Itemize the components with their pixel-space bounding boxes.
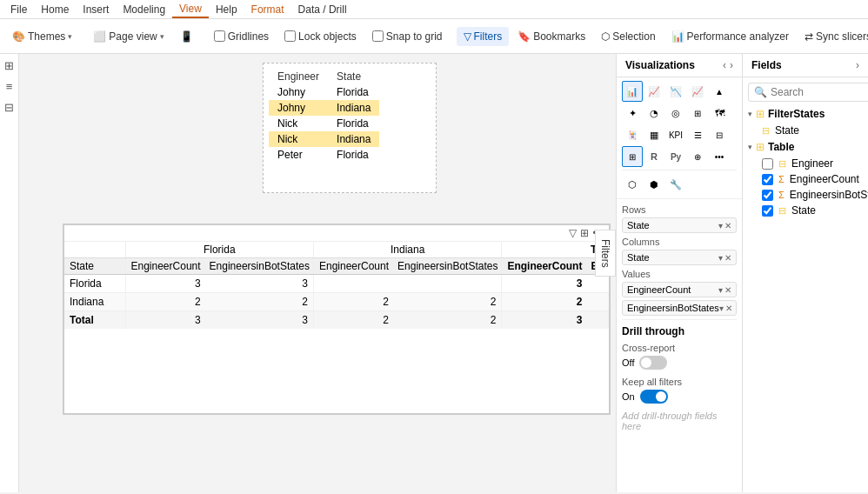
panel-body: 📊 📈 📉 📈 ▲ ✦ ◔ ◎ ⊞ 🗺 🃏 [617,77,868,492]
viz-icon-r[interactable]: R [644,146,664,167]
menu-format[interactable]: Format [244,2,291,17]
viz-icon-custom1[interactable]: ⊕ [687,146,708,167]
columns-zone-field[interactable]: State ▾ ✕ [622,250,737,265]
sync-slicers-button[interactable]: ⇄ Sync slicers [798,27,868,46]
viz-icon-map[interactable]: 🗺 [709,103,730,124]
viz-icon-line[interactable]: 📈 [687,81,708,102]
filters-side-tab[interactable]: Filters [595,230,616,277]
tablestate-checkbox[interactable] [762,205,773,217]
performance-analyzer-button[interactable]: 📊 Performance analyzer [664,27,796,46]
viz-panel-expand-btn[interactable]: ‹ [723,59,726,71]
viz-icon-stacked-bar[interactable]: 📈 [644,81,664,102]
field-item-filterstates-state[interactable]: ⊟ State [743,123,868,138]
engineer-checkbox[interactable] [762,158,773,170]
values-field-0-dropdown[interactable]: ▾ [718,285,723,295]
matrix-col-indiana: Indiana [313,242,501,258]
viz-icon-pie[interactable]: ◔ [644,103,664,124]
gridlines-checkbox[interactable] [214,30,225,42]
sidebar-icon-1[interactable]: ⊞ [2,57,17,73]
list-cell-engineer: Peter [269,147,328,163]
field-item-engineersinbotstates[interactable]: Σ EngineersinBotSt... [743,187,868,203]
viz-panel-more-btn[interactable]: › [730,59,733,71]
menu-data-drill[interactable]: Data / Drill [291,2,354,17]
rows-field-dropdown[interactable]: ▾ [718,221,723,230]
field-group-filterstates-header[interactable]: ▾ ⊞ FilterStates [743,105,868,123]
list-cell-engineer: Nick [269,116,328,131]
matrix-filter-btn[interactable]: ▽ [569,227,577,239]
snap-to-grid-checkbox[interactable] [372,30,384,42]
menu-bar: File Home Insert Modeling View Help Form… [0,0,868,19]
list-visual[interactable]: Engineer State Johny Florida Johny India… [263,63,437,193]
lock-objects-checkbox[interactable] [284,30,296,42]
field-item-engineer[interactable]: ⊟ Engineer [743,156,868,171]
menu-view[interactable]: View [172,1,209,18]
rows-field-remove[interactable]: ✕ [724,221,731,230]
field-group-table-header[interactable]: ▾ ⊞ Table [743,138,868,156]
values-field-0-remove[interactable]: ✕ [724,285,731,295]
cross-report-toggle[interactable] [639,356,667,370]
menu-insert[interactable]: Insert [76,2,116,17]
botstates-checkbox[interactable] [762,190,773,201]
botstates-field-icon: Σ [778,190,785,200]
viz-icon-kpi[interactable]: KPI [665,124,686,145]
matrix-cell-in-bot: 2 [394,311,502,330]
fields-panel-more-btn[interactable]: › [856,59,859,71]
viz-icon-card[interactable]: 🃏 [622,124,643,145]
values-zone-field-0[interactable]: EngineerCount ▾ ✕ [622,282,737,297]
values-zone-field-1[interactable]: EngineersinBotStates ▾ ✕ [622,300,737,316]
matrix-visual[interactable]: ▽ ⊞ ••• Florida Indiana Total State [63,224,611,415]
lock-objects-checkbox-label[interactable]: Lock objects [277,27,364,46]
gridlines-checkbox-label[interactable]: Gridlines [207,27,276,46]
bookmarks-button[interactable]: 🔖 Bookmarks [511,27,592,46]
viz-icon-table[interactable]: ⊟ [709,124,730,145]
state-field-label: State [775,124,799,137]
filters-button[interactable]: ▽ Filters [457,27,510,46]
drill-title: Drill through [622,325,737,337]
values-field-1-remove[interactable]: ✕ [725,304,732,313]
fields-search-box[interactable]: 🔍 [748,83,868,102]
mobile-view-button[interactable]: 📱 [173,27,200,46]
matrix-sh-in-bot: EngineersinBotStates [394,258,502,275]
menu-file[interactable]: File [3,2,34,17]
columns-field-remove[interactable]: ✕ [724,253,731,263]
values-field-1-dropdown[interactable]: ▾ [719,304,724,313]
sidebar-icon-3[interactable]: ⊟ [2,99,17,115]
page-view-button[interactable]: ⬜ Page view ▾ [86,27,170,46]
viz-icon-scatter[interactable]: ✦ [622,103,643,124]
matrix-col-state [64,242,125,258]
viz-icon-slicer[interactable]: ☰ [687,124,708,145]
viz-icon-treemap[interactable]: ⊞ [687,103,708,124]
keep-filters-toggle[interactable] [640,390,668,404]
menu-modeling[interactable]: Modeling [116,2,172,17]
engineercount-checkbox[interactable] [762,174,773,185]
matrix-cell-fl-bot: 3 [206,311,314,330]
sidebar-icon-2[interactable]: ≡ [2,78,17,94]
themes-button[interactable]: 🎨 Themes ▾ [5,27,79,46]
menu-help[interactable]: Help [209,2,244,17]
viz-panel: 📊 📈 📉 📈 ▲ ✦ ◔ ◎ ⊞ 🗺 🃏 [617,77,743,492]
viz-icon-more[interactable]: ••• [709,146,730,167]
selection-button[interactable]: ⬡ Selection [594,27,662,46]
viz-icon-matrix[interactable]: ⊞ [622,146,643,167]
viz-icon-donut[interactable]: ◎ [665,103,686,124]
menu-home[interactable]: Home [34,2,76,17]
matrix-focus-btn[interactable]: ⊞ [580,227,589,239]
right-panel: Visualizations ‹ › Fields › 📊 📈 [616,54,868,492]
state-field-icon: ⊟ [762,125,770,137]
viz-icon-bar[interactable]: 📊 [622,81,643,102]
columns-field-dropdown[interactable]: ▾ [718,253,723,263]
field-item-engineercount[interactable]: Σ EngineerCount [743,171,868,187]
snap-to-grid-checkbox-label[interactable]: Snap to grid [365,27,450,46]
viz-icon-b3[interactable]: 🔧 [665,174,686,195]
viz-icon-b2[interactable]: ⬢ [644,174,664,195]
viz-icon-100pct[interactable]: 📉 [665,81,686,102]
fields-search-input[interactable] [771,86,868,98]
rows-zone-field[interactable]: State ▾ ✕ [622,217,737,233]
field-item-table-state[interactable]: ⊟ State [743,203,868,218]
add-drill-fields[interactable]: Add drill-through fields here [622,411,737,431]
viz-icon-python[interactable]: Py [665,146,686,167]
viz-icon-multicard[interactable]: ▦ [644,124,664,145]
viz-icon-area[interactable]: ▲ [709,81,730,102]
toolbar: 🎨 Themes ▾ ⬜ Page view ▾ 📱 Gridlines Loc… [0,19,868,54]
viz-icon-b1[interactable]: ⬡ [622,174,643,195]
